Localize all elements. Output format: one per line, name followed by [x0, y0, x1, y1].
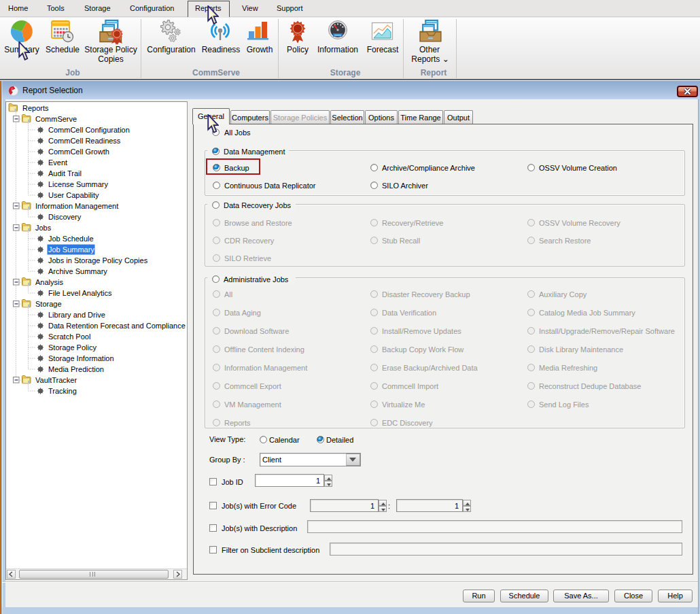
svg-text:Audit Trail: Audit Trail	[48, 169, 82, 177]
svg-text:Storage Policy: Storage Policy	[48, 343, 97, 352]
svg-text:Media Prediction: Media Prediction	[48, 365, 104, 373]
svg-text:Discovery: Discovery	[48, 213, 82, 221]
svg-text:File Level Analytics: File Level Analytics	[48, 289, 112, 297]
svg-text:Scratch Pool: Scratch Pool	[48, 332, 90, 341]
svg-text:Event: Event	[48, 158, 67, 167]
svg-text:CommCell Growth: CommCell Growth	[48, 148, 109, 156]
svg-text:CommServe: CommServe	[35, 115, 77, 123]
svg-text:Jobs in Storage Policy Copies: Jobs in Storage Policy Copies	[48, 256, 148, 265]
svg-text:Library and Drive: Library and Drive	[48, 311, 105, 319]
svg-text:CommCell Readiness: CommCell Readiness	[48, 137, 121, 145]
svg-text:Data Retention Forecast and Co: Data Retention Forecast and Compliance	[48, 322, 186, 330]
svg-text:Reports: Reports	[22, 104, 49, 112]
svg-text:Job Summary: Job Summary	[48, 245, 94, 254]
svg-text:Storage: Storage	[35, 300, 62, 308]
svg-text:Storage Information: Storage Information	[48, 354, 114, 362]
svg-text:Job Schedule: Job Schedule	[48, 235, 94, 243]
svg-text:User Capability: User Capability	[48, 191, 99, 199]
svg-text:VaultTracker: VaultTracker	[35, 376, 77, 384]
svg-text:Archive Summary: Archive Summary	[48, 267, 107, 275]
svg-text:Information Management: Information Management	[35, 202, 118, 210]
svg-text:CommCell Configuration: CommCell Configuration	[48, 126, 130, 134]
svg-text:License Summary: License Summary	[48, 180, 109, 188]
svg-text:Tracking: Tracking	[48, 387, 77, 395]
svg-text:Jobs: Jobs	[35, 224, 52, 232]
svg-text:Analysis: Analysis	[35, 278, 63, 286]
